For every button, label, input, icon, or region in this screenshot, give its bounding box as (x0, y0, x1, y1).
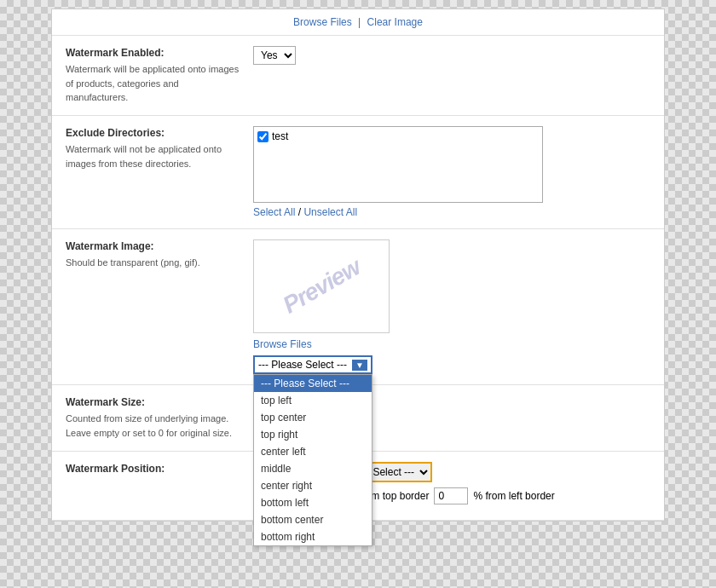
dropdown-arrow: ▼ (352, 360, 367, 371)
watermark-image-desc: Should be transparent (png, gif). (66, 257, 200, 268)
dd-item-center-left[interactable]: center left (254, 443, 372, 460)
position-dropdown-trigger[interactable]: --- Please Select --- ▼ (253, 355, 372, 374)
dropdown-selected-label: --- Please Select --- (258, 359, 347, 371)
watermark-image-label: Watermark Image: Should be transparent (… (66, 239, 253, 270)
exclude-directories-desc: Watermark will not be applicated onto im… (66, 144, 222, 169)
watermark-enabled-section: Watermark Enabled: Watermark will be app… (52, 36, 664, 116)
dd-item-please-select[interactable]: --- Please Select --- (254, 375, 372, 392)
directories-box: test (253, 126, 543, 203)
select-all-link[interactable]: Select All (253, 206, 295, 218)
watermark-enabled-label: Watermark Enabled: Watermark will be app… (66, 46, 253, 105)
dd-item-bottom-right[interactable]: bottom right (254, 528, 372, 545)
watermark-enabled-desc: Watermark will be applicated onto images… (66, 64, 239, 103)
unselect-all-link[interactable]: Unselect All (303, 206, 357, 218)
watermark-position-title: Watermark Position: (66, 462, 240, 476)
dd-item-middle[interactable]: middle (254, 460, 372, 477)
watermark-image-content: Preview Browse Files --- Please Select -… (253, 239, 650, 374)
page-container: Browse Files | Clear Image Watermark Ena… (51, 9, 665, 522)
dir-item: test (257, 130, 539, 142)
dd-item-bottom-center[interactable]: bottom center (254, 511, 372, 528)
dir-checkbox[interactable] (257, 131, 268, 142)
clear-image-link[interactable]: Clear Image (367, 16, 423, 28)
watermark-enabled-content: Yes No (253, 46, 650, 65)
from-left-label: % from left border (473, 490, 554, 502)
dir-name: test (272, 130, 288, 142)
exclude-directories-title: Exclude Directories: (66, 126, 240, 141)
watermark-image-title: Watermark Image: (66, 239, 240, 254)
watermark-image-section: Watermark Image: Should be transparent (… (52, 229, 664, 385)
exclude-directories-section: Exclude Directories: Watermark will not … (52, 116, 664, 229)
watermark-size-desc: Counted from size of underlying image. L… (66, 413, 232, 438)
select-links: Select All / Unselect All (253, 206, 650, 218)
watermark-position-label: Watermark Position: (66, 462, 253, 478)
top-bar: Browse Files | Clear Image (52, 9, 664, 36)
watermark-enabled-select[interactable]: Yes No (253, 46, 296, 65)
watermark-enabled-title: Watermark Enabled: (66, 46, 240, 61)
watermark-browse-link[interactable]: Browse Files (253, 338, 650, 350)
dd-item-top-right[interactable]: top right (254, 426, 372, 443)
dd-item-center-right[interactable]: center right (254, 477, 372, 494)
separator: | (358, 16, 361, 28)
browse-files-link[interactable]: Browse Files (293, 16, 352, 28)
exclude-directories-label: Exclude Directories: Watermark will not … (66, 126, 253, 170)
watermark-size-title: Watermark Size: (66, 395, 240, 410)
dropdown-list: --- Please Select --- top left top cente… (253, 374, 372, 546)
preview-box: Preview (253, 239, 390, 333)
left-border-input[interactable] (434, 487, 468, 504)
dd-item-top-center[interactable]: top center (254, 409, 372, 426)
watermark-size-label: Watermark Size: Counted from size of und… (66, 395, 253, 440)
preview-text: Preview (278, 254, 365, 320)
dropdown-wrapper: --- Please Select --- ▼ --- Please Selec… (253, 355, 372, 374)
dd-item-top-left[interactable]: top left (254, 392, 372, 409)
dd-item-bottom-left[interactable]: bottom left (254, 494, 372, 511)
exclude-directories-content: test Select All / Unselect All (253, 126, 650, 218)
